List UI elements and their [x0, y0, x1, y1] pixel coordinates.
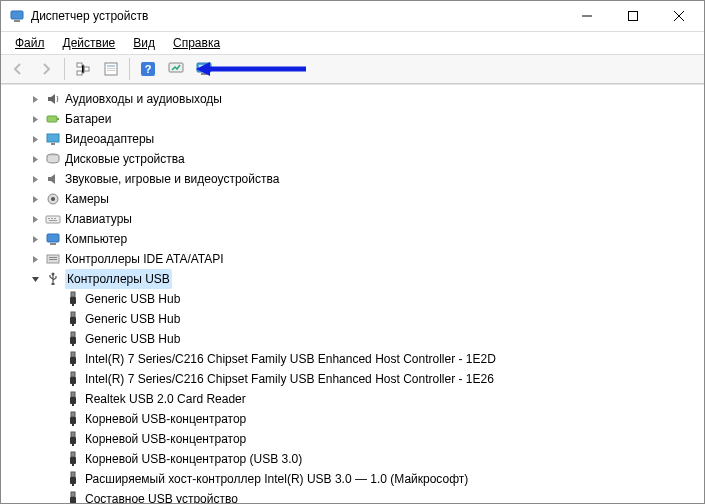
tree-label: Компьютер [65, 229, 127, 249]
audio-icon [45, 91, 61, 107]
expand-toggle[interactable] [27, 111, 43, 127]
minimize-button[interactable] [564, 1, 610, 31]
usb-controller-icon [45, 271, 61, 287]
tree-label: Корневой USB-концентратор [85, 409, 246, 429]
tree-category[interactable]: Клавиатуры [7, 209, 704, 229]
toolbar [1, 55, 704, 84]
menubar: Файл Действие Вид Справка [1, 32, 704, 55]
usb-plug-icon [65, 471, 81, 487]
tree-item[interactable]: Generic USB Hub [7, 289, 704, 309]
tree-item[interactable]: Intel(R) 7 Series/C216 Chipset Family US… [7, 349, 704, 369]
usb-plug-icon [65, 311, 81, 327]
tree-item[interactable]: Корневой USB-концентратор [7, 409, 704, 429]
back-button[interactable] [5, 56, 31, 82]
device-manager-window: Диспетчер устройств Файл Действие Вид Сп… [0, 0, 705, 504]
expand-toggle[interactable] [27, 91, 43, 107]
usb-plug-icon [65, 371, 81, 387]
usb-plug-icon [65, 411, 81, 427]
usb-plug-icon [65, 291, 81, 307]
close-button[interactable] [656, 1, 702, 31]
tree-label: Видеоадаптеры [65, 129, 154, 149]
expand-toggle[interactable] [27, 171, 43, 187]
tree-category[interactable]: Контроллеры IDE ATA/ATAPI [7, 249, 704, 269]
tree-label: Контроллеры IDE ATA/ATAPI [65, 249, 224, 269]
expand-toggle[interactable] [27, 151, 43, 167]
help-button[interactable] [135, 56, 161, 82]
tree-category[interactable]: Батареи [7, 109, 704, 129]
tree-item[interactable]: Корневой USB-концентратор [7, 429, 704, 449]
usb-plug-icon [65, 431, 81, 447]
tree-label: Realtek USB 2.0 Card Reader [85, 389, 246, 409]
tree-label: Аудиовходы и аудиовыходы [65, 89, 222, 109]
tree-item[interactable]: Составное USB устройство [7, 489, 704, 503]
disk-icon [45, 151, 61, 167]
tree-label: Generic USB Hub [85, 289, 180, 309]
computer-icon [45, 231, 61, 247]
expand-toggle[interactable] [27, 231, 43, 247]
svg-rect-37 [629, 12, 638, 21]
tree-category[interactable]: Камеры [7, 189, 704, 209]
tree-label: Камеры [65, 189, 109, 209]
window-title: Диспетчер устройств [31, 9, 564, 23]
tree-label: Intel(R) 7 Series/C216 Chipset Family US… [85, 349, 496, 369]
tree-category[interactable]: Дисковые устройства [7, 149, 704, 169]
usb-plug-icon [65, 391, 81, 407]
tree-label: Звуковые, игровые и видеоустройства [65, 169, 279, 189]
tree-category[interactable]: Компьютер [7, 229, 704, 249]
usb-plug-icon [65, 331, 81, 347]
forward-button[interactable] [33, 56, 59, 82]
titlebar: Диспетчер устройств [1, 1, 704, 32]
tree-label: Корневой USB-концентратор (USB 3.0) [85, 449, 302, 469]
tree-item[interactable]: Generic USB Hub [7, 309, 704, 329]
monitor-button[interactable] [191, 56, 217, 82]
tree-label: Батареи [65, 109, 111, 129]
tree-label: Расширяемый хост-контроллер Intel(R) USB… [85, 469, 468, 489]
tree-label: Клавиатуры [65, 209, 132, 229]
expand-toggle[interactable] [27, 191, 43, 207]
display-adapter-icon [45, 131, 61, 147]
tree-category[interactable]: Аудиовходы и аудиовыходы [7, 89, 704, 109]
menu-action[interactable]: Действие [55, 34, 124, 52]
maximize-button[interactable] [610, 1, 656, 31]
tree-label: Generic USB Hub [85, 329, 180, 349]
expand-toggle[interactable] [27, 131, 43, 147]
menu-view[interactable]: Вид [125, 34, 163, 52]
keyboard-icon [45, 211, 61, 227]
tree-label: Составное USB устройство [85, 489, 238, 503]
tree-label: Generic USB Hub [85, 309, 180, 329]
usb-plug-icon [65, 351, 81, 367]
usb-plug-icon [65, 451, 81, 467]
tree-item[interactable]: Generic USB Hub [7, 329, 704, 349]
tree-item[interactable]: Корневой USB-концентратор (USB 3.0) [7, 449, 704, 469]
content-area: Аудиовходы и аудиовыходыБатареиВидеоадап… [1, 84, 704, 503]
expand-toggle[interactable] [27, 271, 43, 287]
ide-icon [45, 251, 61, 267]
expand-toggle[interactable] [27, 211, 43, 227]
tree-label: Дисковые устройства [65, 149, 185, 169]
menu-help[interactable]: Справка [165, 34, 228, 52]
tree-category[interactable]: Звуковые, игровые и видеоустройства [7, 169, 704, 189]
scan-hardware-button[interactable] [163, 56, 189, 82]
tree-category[interactable]: Контроллеры USB [7, 269, 704, 289]
tree-item[interactable]: Intel(R) 7 Series/C216 Chipset Family US… [7, 369, 704, 389]
camera-icon [45, 191, 61, 207]
menu-file[interactable]: Файл [7, 34, 53, 52]
tree-label: Intel(R) 7 Series/C216 Chipset Family US… [85, 369, 494, 389]
usb-plug-icon [65, 491, 81, 503]
battery-icon [45, 111, 61, 127]
tree-category[interactable]: Видеоадаптеры [7, 129, 704, 149]
tree-item[interactable]: Расширяемый хост-контроллер Intel(R) USB… [7, 469, 704, 489]
expand-toggle[interactable] [27, 251, 43, 267]
tree-label: Контроллеры USB [67, 272, 170, 286]
app-icon [9, 8, 25, 24]
device-tree[interactable]: Аудиовходы и аудиовыходыБатареиВидеоадап… [1, 85, 704, 503]
tree-item[interactable]: Realtek USB 2.0 Card Reader [7, 389, 704, 409]
show-hidden-button[interactable] [70, 56, 96, 82]
tree-label: Корневой USB-концентратор [85, 429, 246, 449]
sound-icon [45, 171, 61, 187]
properties-button[interactable] [98, 56, 124, 82]
